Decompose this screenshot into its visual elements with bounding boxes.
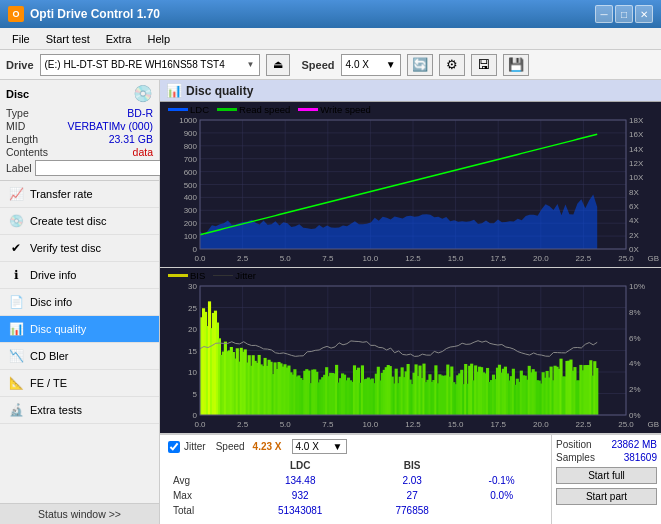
samples-label: Samples xyxy=(556,452,595,463)
total-jitter xyxy=(462,504,541,517)
sidebar-item-disc-quality[interactable]: 📊 Disc quality xyxy=(0,316,159,343)
sidebar-item-create-test-disc[interactable]: 💿 Create test disc xyxy=(0,208,159,235)
speed-mode-value: 4.0 X xyxy=(296,441,319,452)
start-part-button[interactable]: Start part xyxy=(556,488,657,505)
legend-bis-label: BIS xyxy=(190,270,205,281)
max-bis: 27 xyxy=(364,489,460,502)
content-area: 📊 Disc quality LDC Read speed xyxy=(160,80,661,524)
disc-quality-header: 📊 Disc quality xyxy=(160,80,661,102)
contents-value: data xyxy=(133,146,153,158)
app-title: Opti Drive Control 1.70 xyxy=(30,7,160,21)
type-label: Type xyxy=(6,107,29,119)
position-label: Position xyxy=(556,439,592,450)
disc-section-title: Disc xyxy=(6,88,29,100)
mid-label: MID xyxy=(6,120,25,132)
drive-info-icon: ℹ xyxy=(8,267,24,283)
speed-mode-selector[interactable]: 4.0 X ▼ xyxy=(292,439,347,454)
legend-jitter: Jitter xyxy=(213,270,256,281)
stats-row: Jitter Speed 4.23 X 4.0 X ▼ LDC BIS xyxy=(160,434,661,524)
create-test-disc-icon: 💿 xyxy=(8,213,24,229)
sidebar-item-transfer-rate[interactable]: 📈 Transfer rate xyxy=(0,181,159,208)
fe-te-label: FE / TE xyxy=(30,377,67,389)
minimize-button[interactable]: ─ xyxy=(595,5,613,23)
stats-total-row: Total 51343081 776858 xyxy=(170,504,541,517)
legend-bis: BIS xyxy=(168,270,205,281)
stats-avg-row: Avg 134.48 2.03 -0.1% xyxy=(170,474,541,487)
total-bis: 776858 xyxy=(364,504,460,517)
length-label: Length xyxy=(6,133,38,145)
label-input[interactable] xyxy=(35,160,168,176)
top-chart: LDC Read speed Write speed xyxy=(160,102,661,268)
avg-speed-value: 4.23 X xyxy=(253,441,282,452)
max-jitter: 0.0% xyxy=(462,489,541,502)
speed-label: Speed xyxy=(302,59,335,71)
max-ldc: 932 xyxy=(238,489,362,502)
window-controls: ─ □ ✕ xyxy=(595,5,653,23)
disc-quality-icon: 📊 xyxy=(8,321,24,337)
avg-bis: 2.03 xyxy=(364,474,460,487)
settings-button[interactable]: ⚙ xyxy=(439,54,465,76)
sidebar: Disc 💿 Type BD-R MID VERBATIMv (000) Len… xyxy=(0,80,160,524)
legend-write-speed: Write speed xyxy=(298,104,371,115)
legend-read-speed: Read speed xyxy=(217,104,290,115)
bottom-chart-canvas xyxy=(160,268,661,433)
extra-tests-icon: 🔬 xyxy=(8,402,24,418)
maximize-button[interactable]: □ xyxy=(615,5,633,23)
refresh-button[interactable]: 🔄 xyxy=(407,54,433,76)
speed-mode-arrow: ▼ xyxy=(333,441,343,452)
label-field-label: Label xyxy=(6,162,32,174)
disc-quality-title: Disc quality xyxy=(186,84,253,98)
mid-value: VERBATIMv (000) xyxy=(67,120,153,132)
eject-button[interactable]: ⏏ xyxy=(266,54,290,76)
contents-label: Contents xyxy=(6,146,48,158)
legend-ldc: LDC xyxy=(168,104,209,115)
close-button[interactable]: ✕ xyxy=(635,5,653,23)
menu-extra[interactable]: Extra xyxy=(98,31,140,47)
menu-start-test[interactable]: Start test xyxy=(38,31,98,47)
drive-dropdown-arrow: ▼ xyxy=(247,60,255,69)
transfer-rate-label: Transfer rate xyxy=(30,188,93,200)
stats-max-row: Max 932 27 0.0% xyxy=(170,489,541,502)
legend-read-speed-label: Read speed xyxy=(239,104,290,115)
disc-section: Disc 💿 Type BD-R MID VERBATIMv (000) Len… xyxy=(0,80,159,181)
fe-te-icon: 📐 xyxy=(8,375,24,391)
extra-tests-label: Extra tests xyxy=(30,404,82,416)
save-button[interactable]: 💾 xyxy=(503,54,529,76)
stats-data-table: LDC BIS Avg 134.48 2.03 -0.1% xyxy=(168,457,543,519)
sidebar-item-extra-tests[interactable]: 🔬 Extra tests xyxy=(0,397,159,424)
drive-selector[interactable]: (E:) HL-DT-ST BD-RE WH16NS58 TST4 ▼ xyxy=(40,54,260,76)
bottom-chart-legend: BIS Jitter xyxy=(168,270,256,281)
menu-help[interactable]: Help xyxy=(139,31,178,47)
disc-info-label: Disc info xyxy=(30,296,72,308)
nav-items: 📈 Transfer rate 💿 Create test disc ✔ Ver… xyxy=(0,181,159,503)
sidebar-item-cd-bler[interactable]: 📉 CD Bler xyxy=(0,343,159,370)
disc-info-icon: 📄 xyxy=(8,294,24,310)
col-jitter xyxy=(462,459,541,472)
disc-quality-header-icon: 📊 xyxy=(166,83,182,98)
sidebar-item-drive-info[interactable]: ℹ Drive info xyxy=(0,262,159,289)
drive-bar: Drive (E:) HL-DT-ST BD-RE WH16NS58 TST4 … xyxy=(0,50,661,80)
burn-button[interactable]: 🖫 xyxy=(471,54,497,76)
top-chart-legend: LDC Read speed Write speed xyxy=(168,104,371,115)
start-full-button[interactable]: Start full xyxy=(556,467,657,484)
drive-label: Drive xyxy=(6,59,34,71)
drive-selector-text: (E:) HL-DT-ST BD-RE WH16NS58 TST4 xyxy=(45,59,247,70)
position-value: 23862 MB xyxy=(611,439,657,450)
jitter-checkbox[interactable] xyxy=(168,441,180,453)
type-value: BD-R xyxy=(127,107,153,119)
avg-label: Avg xyxy=(170,474,236,487)
app-icon: O xyxy=(8,6,24,22)
samples-row: Samples 381609 xyxy=(556,452,657,463)
sidebar-item-verify-test-disc[interactable]: ✔ Verify test disc xyxy=(0,235,159,262)
sidebar-item-disc-info[interactable]: 📄 Disc info xyxy=(0,289,159,316)
stats-table: Jitter Speed 4.23 X 4.0 X ▼ LDC BIS xyxy=(160,435,551,524)
col-ldc: LDC xyxy=(238,459,362,472)
menu-file[interactable]: File xyxy=(4,31,38,47)
sidebar-item-fe-te[interactable]: 📐 FE / TE xyxy=(0,370,159,397)
disc-quality-label: Disc quality xyxy=(30,323,86,335)
speed-selector[interactable]: 4.0 X ▼ xyxy=(341,54,401,76)
menu-bar: File Start test Extra Help xyxy=(0,28,661,50)
status-window-button[interactable]: Status window >> xyxy=(0,503,159,524)
speed-dropdown-arrow: ▼ xyxy=(386,59,396,70)
create-test-disc-label: Create test disc xyxy=(30,215,106,227)
